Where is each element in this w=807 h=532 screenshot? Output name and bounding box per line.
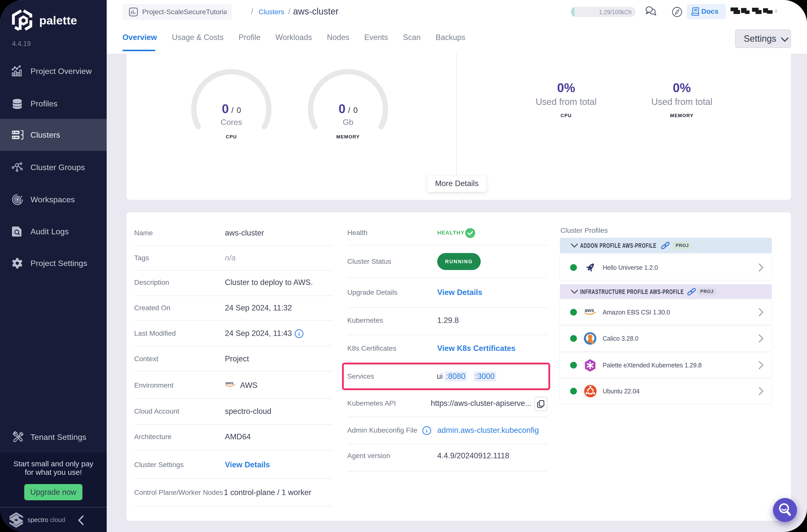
svg-text:aws: aws bbox=[585, 307, 594, 313]
svg-text:aws: aws bbox=[225, 381, 233, 385]
